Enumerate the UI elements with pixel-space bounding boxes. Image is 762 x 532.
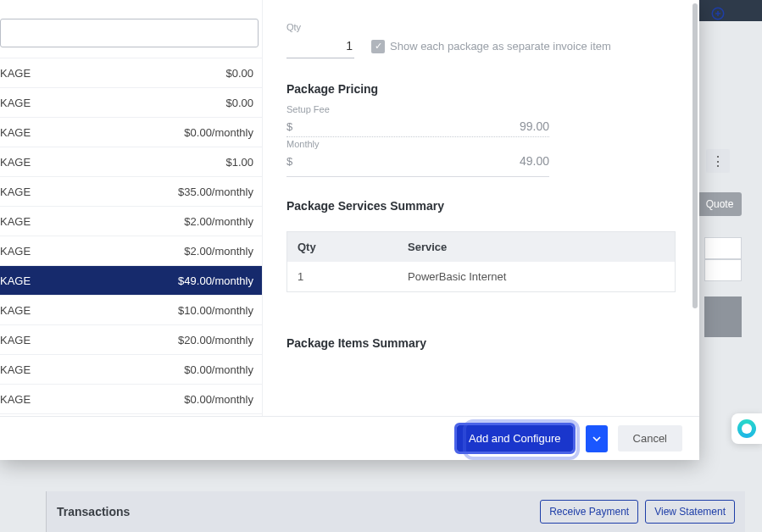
package-name: KAGE [0, 334, 31, 346]
package-price: $49.00/monthly [178, 274, 253, 287]
summary-row: 1PowerBasic Internet [287, 262, 675, 291]
currency-symbol: $ [286, 120, 292, 133]
add-configure-dropdown-toggle[interactable] [586, 425, 608, 452]
package-row[interactable]: KAGE$2.00/monthly [0, 207, 262, 236]
summary-header-service: Service [398, 232, 675, 262]
package-name: KAGE [0, 67, 31, 80]
cancel-button[interactable]: Cancel [618, 425, 682, 452]
package-name: KAGE [0, 245, 31, 258]
package-price: $0.00/monthly [184, 393, 253, 406]
package-row[interactable]: KAGE$1.00 [0, 147, 262, 177]
package-name: KAGE [0, 97, 31, 109]
setup-fee-input[interactable] [298, 119, 549, 133]
modal-scrollbar[interactable] [692, 3, 698, 308]
package-name: KAGE [0, 126, 31, 139]
package-price: $10.00/monthly [178, 304, 253, 317]
qty-input[interactable] [286, 34, 354, 58]
package-price: $2.00/monthly [184, 215, 253, 228]
receive-payment-button[interactable]: Receive Payment [540, 500, 638, 524]
package-list-panel: KAGE$0.00KAGE$0.00KAGE$0.00/monthlyKAGE$… [0, 0, 263, 416]
package-row[interactable]: KAGE$10.00/monthly [0, 296, 262, 325]
services-summary-table: Qty Service 1PowerBasic Internet [286, 231, 676, 292]
package-row[interactable]: KAGE$2.00/monthly [0, 236, 262, 266]
qty-label: Qty [286, 22, 354, 32]
bg-field-2 [704, 259, 742, 281]
package-name: KAGE [0, 186, 31, 198]
bg-field-1 [704, 237, 742, 259]
transactions-panel-header: Transactions Receive Payment View Statem… [46, 491, 745, 532]
items-summary-title: Package Items Summary [286, 336, 676, 350]
package-price: $20.00/monthly [178, 334, 253, 346]
show-separate-label: Show each package as separate invoice it… [390, 40, 611, 53]
pricing-title: Package Pricing [286, 82, 676, 96]
more-menu-icon[interactable]: ⋮ [706, 149, 730, 173]
add-circle-icon[interactable] [709, 5, 726, 22]
package-price: $0.00 [225, 97, 253, 109]
package-price: $2.00/monthly [184, 245, 253, 258]
package-details-panel: Qty ✓ Show each package as separate invo… [263, 0, 699, 416]
package-price: $0.00/monthly [184, 126, 253, 139]
package-name: KAGE [0, 274, 31, 287]
package-row[interactable]: KAGE$0.00/monthly [0, 385, 262, 414]
package-row[interactable]: KAGE$0.00 [0, 58, 262, 88]
quote-button[interactable]: Quote [698, 192, 742, 216]
transactions-title: Transactions [57, 505, 130, 518]
package-name: KAGE [0, 304, 31, 317]
package-name: KAGE [0, 156, 31, 169]
services-summary-title: Package Services Summary [286, 199, 676, 213]
package-price: $35.00/monthly [178, 186, 253, 198]
add-and-configure-button[interactable]: Add and Configure [457, 425, 572, 452]
bg-panel [704, 296, 742, 337]
package-price: $1.00 [225, 156, 253, 169]
package-row[interactable]: KAGE$20.00/monthly [0, 325, 262, 355]
modal-footer: Add and Configure Cancel [0, 416, 699, 460]
package-name: KAGE [0, 363, 31, 376]
summary-service: PowerBasic Internet [398, 262, 675, 291]
package-row[interactable]: KAGE$20.00/monthly [0, 414, 262, 416]
package-price: $0.00 [225, 67, 253, 80]
package-row[interactable]: KAGE$49.00/monthly [0, 266, 262, 296]
show-separate-checkbox[interactable]: ✓ [371, 40, 385, 53]
summary-header-qty: Qty [287, 232, 398, 262]
package-row[interactable]: KAGE$0.00 [0, 88, 262, 118]
package-row[interactable]: KAGE$0.00/monthly [0, 355, 262, 385]
package-select-modal: KAGE$0.00KAGE$0.00KAGE$0.00/monthlyKAGE$… [0, 0, 699, 460]
package-search-input[interactable] [0, 19, 259, 47]
package-row[interactable]: KAGE$35.00/monthly [0, 177, 262, 207]
package-name: KAGE [0, 393, 31, 406]
help-icon [737, 419, 756, 438]
view-statement-button[interactable]: View Statement [645, 500, 735, 524]
floating-help-button[interactable] [731, 413, 762, 444]
package-price: $0.00/monthly [184, 363, 253, 376]
setup-fee-label: Setup Fee [286, 104, 549, 114]
monthly-input[interactable] [298, 154, 549, 168]
currency-symbol: $ [286, 155, 292, 168]
package-name: KAGE [0, 215, 31, 228]
package-row[interactable]: KAGE$0.00/monthly [0, 118, 262, 147]
summary-qty: 1 [287, 262, 398, 291]
monthly-label: Monthly [286, 139, 549, 149]
package-list[interactable]: KAGE$0.00KAGE$0.00KAGE$0.00/monthlyKAGE$… [0, 58, 262, 416]
